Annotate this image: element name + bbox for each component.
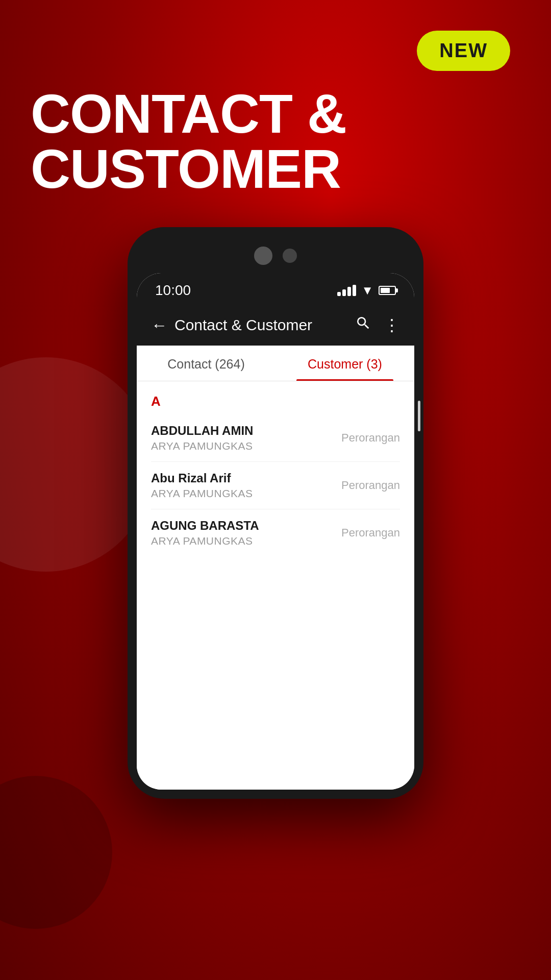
contact-name-1: Abu Rizal Arif: [151, 471, 253, 485]
phone-mockup: 10:00 ▼: [128, 227, 423, 799]
wifi-icon: ▼: [361, 283, 373, 298]
new-badge: NEW: [417, 31, 510, 71]
signal-bar-2: [342, 289, 346, 296]
camera-lens-secondary: [283, 249, 297, 263]
contact-name-0: ABDULLAH AMIN: [151, 424, 253, 438]
tab-contact[interactable]: Contact (264): [137, 346, 276, 381]
search-button[interactable]: [355, 315, 371, 335]
app-bar: ← Contact & Customer ⋮: [137, 306, 414, 346]
page-title: CONTACT & CUSTOMER: [31, 86, 520, 197]
tab-customer[interactable]: Customer (3): [276, 346, 414, 381]
contact-name-2: AGUNG BARASTA: [151, 519, 259, 533]
status-icons: ▼: [337, 283, 396, 298]
contact-row[interactable]: AGUNG BARASTA ARYA PAMUNGKAS Perorangan: [151, 509, 400, 556]
contact-type-2: Perorangan: [341, 526, 400, 540]
signal-bar-3: [347, 287, 351, 296]
contact-sub-2: ARYA PAMUNGKAS: [151, 535, 259, 547]
app-bar-actions: ⋮: [355, 315, 400, 335]
status-bar: 10:00 ▼: [137, 273, 414, 306]
more-options-button[interactable]: ⋮: [384, 315, 400, 335]
section-letter-a: A: [151, 381, 400, 414]
phone-camera-bar: [137, 241, 414, 273]
contact-type-0: Perorangan: [341, 431, 400, 445]
new-badge-wrapper: NEW: [0, 0, 551, 71]
tabs-container: Contact (264) Customer (3): [137, 346, 414, 381]
signal-icon: [337, 285, 356, 296]
contact-sub-1: ARYA PAMUNGKAS: [151, 487, 253, 500]
battery-fill: [381, 288, 390, 293]
back-button[interactable]: ←: [151, 316, 167, 335]
signal-bar-4: [353, 285, 356, 296]
signal-bar-1: [337, 292, 341, 296]
search-icon: [355, 315, 371, 331]
app-bar-left: ← Contact & Customer: [151, 316, 312, 335]
contact-info-2: AGUNG BARASTA ARYA PAMUNGKAS: [151, 519, 259, 547]
list-content: A ABDULLAH AMIN ARYA PAMUNGKAS Peroranga…: [137, 381, 414, 790]
status-time: 10:00: [155, 282, 191, 299]
phone-screen: 10:00 ▼: [137, 273, 414, 790]
page-content: NEW CONTACT & CUSTOMER 10:00: [0, 0, 551, 980]
contact-sub-0: ARYA PAMUNGKAS: [151, 440, 253, 452]
page-heading: CONTACT & CUSTOMER: [0, 71, 551, 197]
contact-row[interactable]: Abu Rizal Arif ARYA PAMUNGKAS Perorangan: [151, 462, 400, 509]
app-bar-title: Contact & Customer: [174, 316, 312, 334]
camera-lens-main: [254, 247, 272, 265]
contact-type-1: Perorangan: [341, 479, 400, 492]
contact-info-0: ABDULLAH AMIN ARYA PAMUNGKAS: [151, 424, 253, 452]
battery-icon: [379, 286, 396, 295]
phone-outer: 10:00 ▼: [128, 227, 423, 799]
contact-info-1: Abu Rizal Arif ARYA PAMUNGKAS: [151, 471, 253, 500]
contact-row[interactable]: ABDULLAH AMIN ARYA PAMUNGKAS Perorangan: [151, 414, 400, 462]
